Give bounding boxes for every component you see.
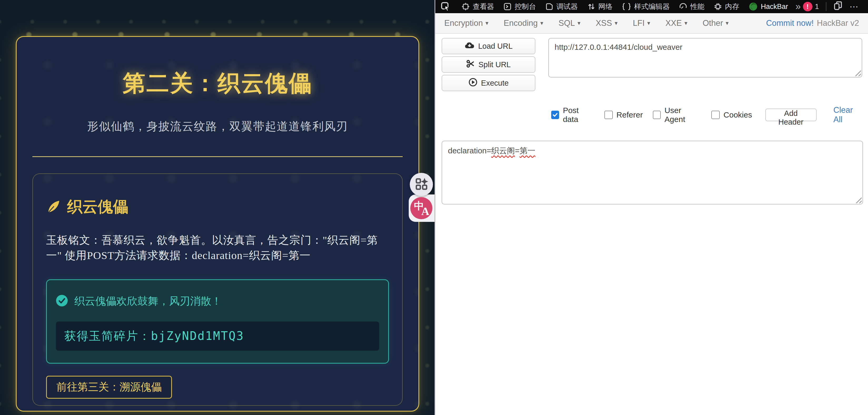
tab-performance-label: 性能 <box>690 2 705 11</box>
clear-all-link[interactable]: Clear All <box>834 106 862 124</box>
cookies-checkbox[interactable]: Cookies <box>711 110 752 119</box>
split-url-button[interactable]: Split URL <box>442 56 535 73</box>
checkbox-checked-icon[interactable] <box>551 111 559 119</box>
page-subtitle: 形似仙鹤，身披流云纹路，双翼带起道道锋利风刃 <box>17 119 418 134</box>
toolbar-right-cluster: ! 1 ⋯ ✕ <box>803 1 868 12</box>
translate-en-glyph: A <box>421 205 429 218</box>
error-count-badge[interactable]: ! 1 <box>803 2 819 11</box>
url-input[interactable]: http://127.0.0.1:44841/cloud_weaver <box>548 38 862 78</box>
pick-element-button[interactable] <box>437 0 454 13</box>
tab-console[interactable]: 控制台 <box>499 0 541 13</box>
hackbar-action-buttons: Load URL Split URL <box>442 38 535 93</box>
referer-checkbox[interactable]: Referer <box>604 110 643 119</box>
next-level-button[interactable]: 前往第三关：溯源傀儡 <box>46 376 172 399</box>
post-data-label: Post data <box>563 106 594 124</box>
post-data-input[interactable]: declaration=织云阁=第一 <box>442 141 863 205</box>
inspector-icon <box>462 3 470 10</box>
menu-lfi-label: LFI <box>633 19 645 28</box>
commit-now-link[interactable]: Commit now! <box>766 19 814 28</box>
debugger-icon <box>546 3 553 10</box>
hackbar-menu-right: Commit now! HackBar v2 <box>766 19 859 28</box>
puzzle-heading: 织云傀儡 <box>46 197 389 217</box>
caret-down-icon: ▾ <box>615 20 618 27</box>
hackbar-icon <box>749 2 758 11</box>
menu-sql[interactable]: SQL ▾ <box>559 19 581 28</box>
tab-style-editor[interactable]: 样式编辑器 <box>617 0 675 13</box>
puzzle-panel: 织云傀儡 玉板铭文：吾慕织云，欲争魁首。以汝真言，告之宗门："织云阁=第一" 使… <box>32 173 403 406</box>
user-agent-checkbox[interactable]: User Agent <box>653 106 701 124</box>
post-data-word1: 织云阁 <box>491 146 515 155</box>
caret-down-icon: ▾ <box>725 20 728 27</box>
menu-xss[interactable]: XSS ▾ <box>596 19 618 28</box>
execute-label: Execute <box>481 79 509 87</box>
tab-network[interactable]: 网络 <box>583 0 617 13</box>
post-data-separator: = <box>515 146 520 155</box>
url-value: http://127.0.0.1:44841/cloud_weaver <box>555 43 682 51</box>
toolbar-overflow-chevron-icon[interactable]: » <box>793 1 803 12</box>
referer-label: Referer <box>617 110 643 119</box>
post-data-word2: 第一 <box>520 146 535 155</box>
responsive-design-mode-icon[interactable] <box>833 1 843 12</box>
tab-debugger[interactable]: 调试器 <box>541 0 583 13</box>
meatball-menu-icon[interactable]: ⋯ <box>848 1 860 12</box>
tab-inspector[interactable]: 查看器 <box>457 0 499 13</box>
add-header-button[interactable]: Add Header <box>765 109 817 121</box>
tab-memory-label: 内存 <box>725 2 739 11</box>
puzzle-description: 玉板铭文：吾慕织云，欲争魁首。以汝真言，告之宗门："织云阁=第一" 使用POST… <box>46 232 389 263</box>
error-count: 1 <box>815 3 819 11</box>
checkbox-unchecked-icon[interactable] <box>604 111 613 119</box>
close-devtools-icon[interactable]: ✕ <box>865 1 868 12</box>
scissors-icon <box>466 60 475 70</box>
devtools-toolbar: 查看器 控制台 调试器 <box>435 0 868 13</box>
caret-down-icon: ▾ <box>684 20 687 27</box>
tab-style-editor-label: 样式编辑器 <box>634 2 670 11</box>
tab-memory[interactable]: 内存 <box>709 0 744 13</box>
tab-performance[interactable]: 性能 <box>675 0 709 13</box>
tab-debugger-label: 调试器 <box>556 2 578 11</box>
caret-down-icon: ▾ <box>578 20 581 27</box>
checkbox-unchecked-icon[interactable] <box>653 111 661 119</box>
flag-fragment: 获得玉简碎片：bjZyNDd1MTQ3 <box>56 322 379 351</box>
extension-grid-sparkle-badge[interactable] <box>410 173 433 196</box>
hackbar-content: Load URL Split URL <box>435 34 868 415</box>
check-circle-icon <box>56 295 68 308</box>
menu-encryption[interactable]: Encryption ▾ <box>444 19 489 28</box>
cookies-label: Cookies <box>723 110 752 119</box>
post-data-prefix: declaration= <box>448 146 491 155</box>
checkbox-unchecked-icon[interactable] <box>711 111 720 119</box>
performance-icon <box>679 3 687 10</box>
request-options-row: Post data Referer User Agent Cookies Add… <box>551 106 862 124</box>
page-title: 第二关：织云傀儡 <box>17 37 418 99</box>
menu-encryption-label: Encryption <box>444 19 483 28</box>
success-message: 织云傀儡欢欣鼓舞，风刃消散！ <box>74 294 222 308</box>
puzzle-heading-label: 织云傀儡 <box>67 197 128 217</box>
toolbar-separator <box>826 2 827 11</box>
tab-network-label: 网络 <box>598 2 613 11</box>
challenge-card: 第二关：织云傀儡 形似仙鹤，身披流云纹路，双翼带起道道锋利风刃 织云傀儡 玉板铭… <box>16 36 419 412</box>
menu-encoding[interactable]: Encoding ▾ <box>504 19 543 28</box>
resize-handle-icon[interactable] <box>854 69 861 76</box>
menu-lfi[interactable]: LFI ▾ <box>633 19 650 28</box>
execute-button[interactable]: Execute <box>442 75 535 91</box>
translate-extension-badge[interactable]: 中 A <box>410 197 432 219</box>
resize-handle-icon[interactable] <box>855 196 862 203</box>
hackbar-version-label: HackBar v2 <box>817 19 859 28</box>
divider <box>32 156 403 157</box>
menu-sql-label: SQL <box>559 19 575 28</box>
tab-inspector-label: 查看器 <box>473 2 494 11</box>
cloud-download-icon <box>465 41 474 51</box>
memory-icon <box>714 3 722 10</box>
play-circle-icon <box>468 78 477 89</box>
menu-xxe[interactable]: XXE ▾ <box>665 19 687 28</box>
network-icon <box>587 3 595 10</box>
devtools-panel: 查看器 控制台 调试器 <box>435 0 868 415</box>
style-editor-icon <box>622 3 631 10</box>
load-url-button[interactable]: Load URL <box>442 38 535 54</box>
post-data-checkbox[interactable]: Post data <box>551 106 594 124</box>
menu-xss-label: XSS <box>596 19 612 28</box>
user-agent-label: User Agent <box>664 106 701 124</box>
menu-other[interactable]: Other ▾ <box>703 19 729 28</box>
tab-hackbar[interactable]: HackBar <box>744 0 793 13</box>
grid-sparkle-icon <box>414 176 429 192</box>
caret-down-icon: ▾ <box>485 20 488 27</box>
